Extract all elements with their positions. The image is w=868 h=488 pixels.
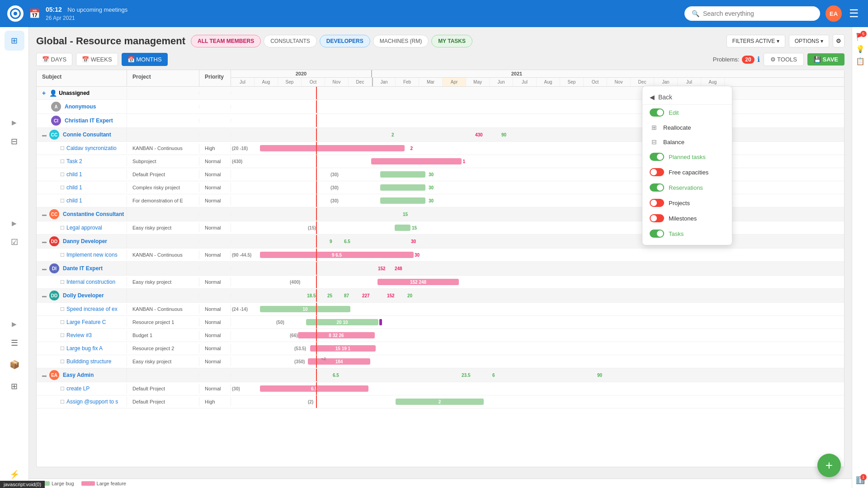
task-label: Speed increase of ex: [66, 306, 118, 312]
toggle-edit[interactable]: [650, 108, 664, 117]
user-avatar[interactable]: EA: [826, 5, 842, 22]
toggle-icon[interactable]: ▬: [42, 293, 47, 298]
filters-active-button[interactable]: FILTERS ACTIVE ▾: [726, 35, 785, 47]
menu-item-projects[interactable]: Projects: [642, 195, 732, 211]
toggle-planned-tasks[interactable]: [650, 153, 664, 161]
sidebar-item-cloud[interactable]: 📦: [5, 355, 24, 375]
toggle-icon[interactable]: ▬: [42, 239, 47, 244]
filter-tab-my-tasks[interactable]: MY TASKS: [431, 35, 472, 47]
gantt-bar: [395, 225, 410, 231]
save-button[interactable]: 💾 SAVE: [807, 53, 844, 66]
menu-item-free-capacities[interactable]: Free capacities: [642, 164, 732, 180]
sidebar-expand-icon2[interactable]: ▶: [12, 220, 17, 227]
gantt-bar: 1: [371, 158, 462, 164]
table-row: ☐ Internal construction Easy risky proje…: [37, 276, 844, 289]
page-title: Global - Resource management: [36, 35, 185, 47]
sidebar-item-grid[interactable]: ⊞: [5, 31, 24, 51]
table-row: ☐ Speed increase of ex KANBAN - Continuo…: [37, 303, 844, 316]
menu-item-planned-tasks[interactable]: Planned tasks: [642, 149, 732, 164]
task-label: Implement new icons: [66, 252, 118, 258]
back-button[interactable]: ◀ Back: [642, 90, 732, 105]
member-name: Connie Consultant: [63, 131, 111, 138]
menu-item-tasks[interactable]: Tasks: [642, 226, 732, 241]
year-2021: 2021: [372, 70, 661, 77]
toggle-icon[interactable]: ▬: [42, 212, 47, 217]
hamburger-icon[interactable]: ☰: [847, 5, 861, 22]
search-icon: 🔍: [692, 10, 699, 17]
toggle-icon[interactable]: ▬: [42, 373, 47, 378]
task-icon: ☐: [60, 185, 65, 191]
member-name: Constantine Consultant: [63, 211, 124, 217]
problems-badge: 20: [742, 56, 754, 64]
balance-icon: ⊟: [650, 138, 659, 145]
sidebar-expand-icon[interactable]: ▶: [12, 119, 17, 126]
gantt-bar: 10: [260, 306, 350, 312]
toggle-milestones[interactable]: [650, 214, 664, 222]
settings-icon[interactable]: ⚙: [833, 34, 844, 47]
filter-tab-all-team[interactable]: ALL TEAM MEMBERS: [191, 35, 261, 47]
problems-info-icon[interactable]: ℹ: [757, 55, 760, 64]
context-panel: ◀ Back Edit ⊞ Reallocate ⊟ Balance Plann…: [642, 86, 732, 245]
flag-icon[interactable]: 🚩5: [856, 33, 865, 41]
task-label: Buildding structure: [66, 358, 111, 365]
toggle-reservations[interactable]: [650, 183, 664, 192]
col-priority-header: Priority: [199, 70, 231, 86]
add-icon[interactable]: +: [42, 89, 46, 97]
filter-tab-developers[interactable]: DEVELOPERS: [320, 35, 370, 47]
sidebar-expand-icon3[interactable]: ▶: [12, 320, 17, 328]
view-months-button[interactable]: 📅 MONTHS: [122, 53, 168, 66]
toggle-tasks[interactable]: [650, 230, 664, 238]
right-sidebar: 🚩5 💡 📋 ℹ️1: [852, 27, 868, 488]
avatar: CI: [51, 116, 61, 126]
toggle-free-capacities[interactable]: [650, 168, 664, 176]
menu-item-reallocate[interactable]: ⊞ Reallocate: [642, 120, 732, 135]
app-logo[interactable]: [7, 5, 24, 22]
sidebar-item-table[interactable]: ⊞: [5, 376, 24, 396]
fab-add-button[interactable]: +: [817, 454, 841, 477]
search-input[interactable]: [703, 10, 813, 17]
reallocate-icon: ⊞: [650, 124, 659, 131]
gantt-header: Subject Project Priority 2020 2021 Jul A…: [37, 70, 844, 87]
task-label: child 1: [66, 171, 82, 178]
notification-icon[interactable]: ℹ️1: [856, 476, 865, 484]
search-box[interactable]: 🔍: [684, 6, 820, 21]
toggle-projects[interactable]: [650, 199, 664, 207]
gantt-bar: 8 32 26: [298, 332, 375, 338]
sidebar-item-check[interactable]: ☑: [5, 232, 24, 252]
menu-item-edit[interactable]: Edit: [642, 105, 732, 120]
view-weeks-button[interactable]: 📅 WEEKS: [76, 53, 118, 66]
task-icon: ☐: [60, 359, 65, 365]
member-name: Easy Admin: [63, 372, 94, 378]
view-days-button[interactable]: 📅 DAYS: [36, 53, 72, 66]
task-icon: ☐: [60, 172, 65, 178]
options-button[interactable]: OPTIONS ▾: [789, 35, 829, 47]
table-row: ▬ DI Dante IT Expert 152 248: [37, 262, 844, 276]
table-row: ☐ create LP Default Project Normal (30) …: [37, 382, 844, 395]
menu-item-balance[interactable]: ⊟ Balance: [642, 135, 732, 149]
legend-color-large-bug: [81, 481, 95, 486]
problems-info: Problems: 20 ℹ: [713, 55, 760, 64]
year-2020: 2020: [231, 70, 372, 77]
task-icon: ☐: [60, 225, 65, 231]
sidebar-item-hierarchy[interactable]: ⊟: [5, 131, 24, 151]
menu-item-milestones[interactable]: Milestones: [642, 211, 732, 226]
group-label: Unassigned: [59, 90, 90, 96]
task-label: child 1: [66, 197, 82, 204]
bulb-icon[interactable]: 💡: [856, 45, 865, 53]
filter-tab-consultants[interactable]: CONSULTANTS: [264, 35, 317, 47]
menu-item-reservations[interactable]: Reservations: [642, 180, 732, 195]
group-icon: 👤: [49, 89, 57, 97]
toggle-icon[interactable]: ▬: [42, 132, 47, 137]
table-row: ☐ Implement new icons KANBAN - Continuou…: [37, 249, 844, 262]
sidebar-item-list[interactable]: ☰: [5, 333, 24, 353]
task-icon: ☐: [60, 386, 65, 392]
tools-button[interactable]: ⚙ TOOLS: [764, 53, 804, 66]
task-icon: ☐: [60, 333, 65, 338]
toggle-icon[interactable]: ▬: [42, 266, 47, 271]
checklist-icon[interactable]: 📋: [856, 57, 865, 66]
task-label: Legal approval: [66, 225, 102, 231]
avatar: A: [51, 102, 61, 112]
filter-tab-machines[interactable]: MACHINES (RM): [373, 35, 429, 47]
toolbar: 📅 DAYS 📅 WEEKS 📅 MONTHS Problems: 20 ℹ ⚙…: [36, 53, 844, 66]
gantt-bar: 30: [380, 197, 425, 204]
